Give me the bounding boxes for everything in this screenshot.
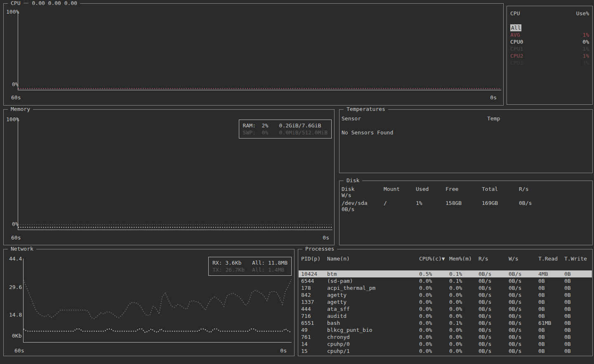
memory-panel-title: Memory <box>8 106 33 112</box>
process-cell: 0B/s <box>478 348 509 355</box>
process-cell: 0.0% <box>419 341 449 348</box>
processes-panel: Processes PID(p)Name(n)CPU%(c)▼Mem%(m)R/… <box>298 249 593 356</box>
process-row[interactable]: 842agetty0.0%0.0%0B/s0B/s0B0B <box>299 291 592 298</box>
process-col-header[interactable]: Mem%(m) <box>449 255 478 262</box>
processes-header-row: PID(p)Name(n)CPU%(c)▼Mem%(m)R/sW/sT.Read… <box>299 255 592 262</box>
disk-cell: 169GB <box>482 200 519 206</box>
disk-col-header[interactable]: Disk <box>342 186 384 192</box>
process-cell: 0B <box>564 298 592 305</box>
process-cell: 61MB <box>538 319 564 326</box>
process-row[interactable]: 761chronyd0.0%0.0%0B/s0B/s0B0B <box>299 333 592 341</box>
cpu-x-left-label: 60s <box>11 94 21 101</box>
cpu-legend-row-value: 1% <box>582 59 589 66</box>
process-row[interactable]: 6551bash0.0%0.1%0B/s0B/s61MB0B <box>299 319 592 326</box>
network-legend-box: RX: 3.6Kb All: 11.8MB TX: 26.7Kb All: 1.… <box>208 257 292 276</box>
process-cell: 0.0% <box>449 291 478 298</box>
process-col-header[interactable]: PID(p) <box>301 255 327 262</box>
process-row[interactable]: 178acpi_thermal_pm0.0%0.0%0B/s0B/s0B0B <box>299 284 592 291</box>
process-cell: 0B/s <box>509 270 538 277</box>
process-cell: 0.0% <box>449 298 478 305</box>
disk-col-header[interactable]: Mount <box>384 186 416 192</box>
process-col-header[interactable]: T.Write <box>564 255 592 262</box>
process-cell: 0.0% <box>449 305 478 312</box>
cpu-legend-row[interactable]: CPU11% <box>510 45 589 52</box>
ram-label: RAM: <box>243 122 262 129</box>
network-panel-title: Network <box>8 246 36 252</box>
cpu-legend-row[interactable]: AVG1% <box>510 31 589 38</box>
process-cell: 0B <box>564 341 592 348</box>
disk-cell: 0B/s <box>342 206 384 212</box>
process-cell: 0.0% <box>449 284 478 291</box>
process-row[interactable]: 6544(sd-pam)0.0%0.1%0B/s0B/s0B0B <box>299 277 592 284</box>
network-x-left-label: 60s <box>14 348 24 354</box>
memory-x-right-label: 0s <box>323 235 329 241</box>
swap-label: SWP: <box>243 129 262 136</box>
cpu-legend-row[interactable]: CPU00% <box>510 38 589 45</box>
network-y-label-3: 44.4 <box>9 256 22 262</box>
process-cell: 0B/s <box>509 319 538 326</box>
cpu-legend-row-value: 1% <box>582 52 589 59</box>
network-y-label-0: 0Kb <box>12 333 21 339</box>
cpu-legend-col-cpu[interactable]: CPU <box>510 10 520 16</box>
cpu-legend-col-use[interactable]: Use% <box>576 10 589 16</box>
process-cell: 0B/s <box>509 326 538 333</box>
temperatures-col-temp[interactable]: Temp <box>487 115 500 122</box>
disk-col-header[interactable]: W/s <box>342 192 384 198</box>
process-cell: btm <box>327 270 419 277</box>
disk-col-header[interactable]: Free <box>446 186 482 192</box>
process-row[interactable]: 15cpuhp/10.0%0.0%0B/s0B/s0B0B <box>299 348 592 355</box>
cpu-legend-row-label: AVG <box>510 31 520 38</box>
temperatures-title-label: Temperatures <box>346 106 385 112</box>
process-row[interactable]: 14cpuhp/00.0%0.0%0B/s0B/s0B0B <box>299 341 592 348</box>
memory-panel: Memory 100% 0% RAM: 2% 0.2GiB/7.6GiB SWP… <box>3 109 335 245</box>
process-col-header[interactable]: W/s <box>509 255 538 262</box>
process-cell: 0.0% <box>419 284 449 291</box>
disk-col-header[interactable]: Used <box>416 186 446 192</box>
disk-col-header[interactable]: Total <box>482 186 519 192</box>
process-cell: 0B/s <box>478 270 509 277</box>
process-cell: 761 <box>301 333 327 341</box>
process-cell: 0.5% <box>419 270 449 277</box>
process-cell: 0B <box>564 270 592 277</box>
network-y-label-2: 29.6 <box>9 284 22 290</box>
process-cell: 0B/s <box>478 326 509 333</box>
process-cell: 0B/s <box>478 284 509 291</box>
network-x-right-label: 0s <box>280 348 287 354</box>
process-cell: 0.0% <box>449 333 478 341</box>
process-cell: 15 <box>301 348 327 355</box>
process-cell: 0B <box>538 277 564 284</box>
process-cell: 6544 <box>301 277 327 284</box>
cpu-legend-row-label: CPU2 <box>510 52 523 59</box>
process-cell: blkcg_punt_bio <box>327 326 419 333</box>
process-col-header[interactable]: T.Read <box>538 255 564 262</box>
process-cell: 0B <box>538 341 564 348</box>
process-col-header[interactable]: R/s <box>478 255 509 262</box>
process-col-header[interactable]: CPU%(c)▼ <box>419 255 449 262</box>
cpu-legend-row[interactable]: CPU21% <box>510 52 589 59</box>
process-cell: 0.0% <box>419 291 449 298</box>
process-row[interactable]: 716auditd0.0%0.0%0B/s0B/s0B0B <box>299 312 592 319</box>
disk-row[interactable]: /dev/sda/1%158GB169GB0B/s0B/s <box>342 200 589 212</box>
process-cell: 0.1% <box>449 270 478 277</box>
process-cell: 0.0% <box>419 312 449 319</box>
memory-legend-swap: SWP: 0% 0.0MiB/512.0MiB <box>243 129 328 136</box>
temperatures-col-sensor[interactable]: Sensor <box>342 115 361 122</box>
disk-panel-title: Disk <box>344 177 362 183</box>
process-row[interactable]: 10424btm0.5%0.1%0B/s0B/s4MB0B <box>299 270 592 277</box>
process-col-header[interactable]: Name(n) <box>327 255 419 262</box>
temperatures-empty-message: No Sensors Found <box>342 129 393 136</box>
process-row[interactable]: 1337agetty0.0%0.0%0B/s0B/s0B0B <box>299 298 592 305</box>
process-cell: 0B <box>538 291 564 298</box>
process-cell: 0B <box>564 348 592 355</box>
cpu-panel: CPU 0.00 0.00 0.00 100% 0% 60s 0s <box>3 3 504 106</box>
cpu-legend-row[interactable]: CPU31% <box>510 59 589 66</box>
cpu-x-right-label: 0s <box>490 94 497 101</box>
cpu-title-label: CPU <box>11 0 20 6</box>
process-cell: 0B/s <box>478 333 509 341</box>
process-row[interactable]: 444ata_sff0.0%0.0%0B/s0B/s0B0B <box>299 305 592 312</box>
disk-col-header[interactable]: R/s <box>519 186 589 192</box>
cpu-legend-row-label: CPU3 <box>510 59 523 66</box>
cpu-legend-row[interactable]: All <box>510 24 589 31</box>
process-cell: 0B <box>564 277 592 284</box>
process-row[interactable]: 49blkcg_punt_bio0.0%0.0%0B/s0B/s0B0B <box>299 326 592 333</box>
